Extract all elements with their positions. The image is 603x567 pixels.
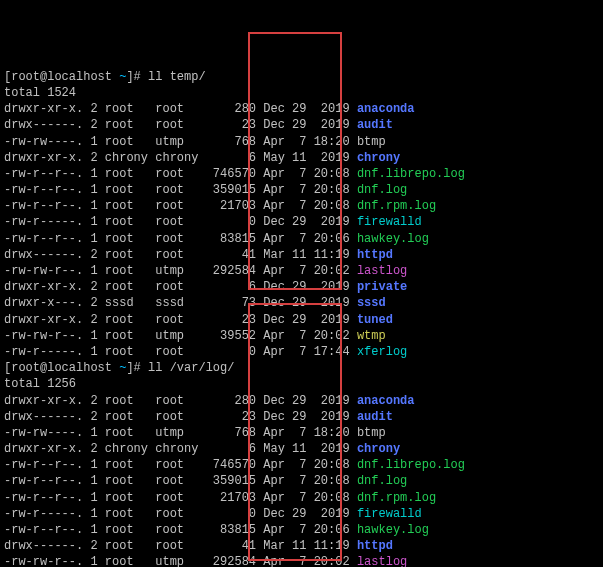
perms: -rw-r--r--. 1 root root 21703 <box>4 491 263 505</box>
perms: drwxr-xr-x. 2 root root 280 <box>4 102 263 116</box>
terminal-line: -rw-r--r--. 1 root root 21703 Apr 7 20:0… <box>4 490 599 506</box>
perms: -rw-r--r--. 1 root root 83815 <box>4 523 263 537</box>
perms: -rw-r--r--. 1 root root 746570 <box>4 167 263 181</box>
date: Apr 7 18:20 <box>263 135 357 149</box>
date: Mar 11 11:19 <box>263 248 357 262</box>
date: Apr 7 20:08 <box>263 491 357 505</box>
terminal-line: -rw-rw----. 1 root utmp 768 Apr 7 18:20 … <box>4 134 599 150</box>
prompt-user: [root@localhost <box>4 70 119 84</box>
perms: drwxr-xr-x. 2 root root 23 <box>4 313 263 327</box>
date: Apr 7 20:06 <box>263 523 357 537</box>
terminal-line: [root@localhost ~]# ll temp/ <box>4 69 599 85</box>
filename: tuned <box>357 313 393 327</box>
date: Dec 29 2019 <box>263 296 357 310</box>
perms: -rw-r--r--. 1 root root 359015 <box>4 183 263 197</box>
perms: drwx------. 2 root root 23 <box>4 118 263 132</box>
perms: -rw-rw-r--. 1 root utmp 292584 <box>4 264 263 278</box>
date: May 11 2019 <box>263 151 357 165</box>
terminal-line: drwxr-xr-x. 2 root root 23 Dec 29 2019 t… <box>4 312 599 328</box>
perms: drwxr-xr-x. 2 chrony chrony 6 <box>4 442 263 456</box>
perms: drwxr-x---. 2 sssd sssd 73 <box>4 296 263 310</box>
perms: drwx------. 2 root root 41 <box>4 248 263 262</box>
date: Dec 29 2019 <box>263 313 357 327</box>
terminal-line: drwxr-xr-x. 2 chrony chrony 6 May 11 201… <box>4 441 599 457</box>
filename: dnf.rpm.log <box>357 199 436 213</box>
filename: dnf.librepo.log <box>357 167 465 181</box>
filename: audit <box>357 118 393 132</box>
command-text[interactable]: ll /var/log/ <box>148 361 234 375</box>
terminal-line: drwx------. 2 root root 41 Mar 11 11:19 … <box>4 538 599 554</box>
date: Apr 7 20:02 <box>263 555 357 567</box>
terminal-line: total 1524 <box>4 85 599 101</box>
filename: firewalld <box>357 215 422 229</box>
filename: hawkey.log <box>357 523 429 537</box>
perms: drwxr-xr-x. 2 chrony chrony 6 <box>4 151 263 165</box>
filename: btmp <box>357 135 386 149</box>
terminal-line: -rw-r--r--. 1 root root 83815 Apr 7 20:0… <box>4 522 599 538</box>
date: Dec 29 2019 <box>263 507 357 521</box>
prompt-close: ]# <box>126 70 148 84</box>
terminal-line: drwx------. 2 root root 23 Dec 29 2019 a… <box>4 409 599 425</box>
perms: -rw-rw-r--. 1 root utmp 39552 <box>4 329 263 343</box>
date: Apr 7 20:08 <box>263 474 357 488</box>
perms: -rw-r--r--. 1 root root 83815 <box>4 232 263 246</box>
filename: xferlog <box>357 345 407 359</box>
perms: drwx------. 2 root root 41 <box>4 539 263 553</box>
terminal-line: -rw-rw-r--. 1 root utmp 39552 Apr 7 20:0… <box>4 328 599 344</box>
terminal-line: drwxr-xr-x. 2 root root 280 Dec 29 2019 … <box>4 393 599 409</box>
perms: -rw-r-----. 1 root root 0 <box>4 215 263 229</box>
date: Apr 7 20:08 <box>263 167 357 181</box>
date: Apr 7 20:08 <box>263 458 357 472</box>
filename: private <box>357 280 407 294</box>
filename: btmp <box>357 426 386 440</box>
prompt-user: [root@localhost <box>4 361 119 375</box>
total-line: total 1256 <box>4 377 76 391</box>
filename: httpd <box>357 539 393 553</box>
filename: lastlog <box>357 264 407 278</box>
date: May 11 2019 <box>263 442 357 456</box>
terminal-line: total 1256 <box>4 376 599 392</box>
date: Dec 29 2019 <box>263 102 357 116</box>
terminal-line: drwxr-x---. 2 sssd sssd 73 Dec 29 2019 s… <box>4 295 599 311</box>
date: Dec 29 2019 <box>263 394 357 408</box>
filename: dnf.log <box>357 474 407 488</box>
filename: hawkey.log <box>357 232 429 246</box>
terminal-line: drwx------. 2 root root 41 Mar 11 11:19 … <box>4 247 599 263</box>
filename: audit <box>357 410 393 424</box>
perms: drwxr-xr-x. 2 root root 280 <box>4 394 263 408</box>
date: Dec 29 2019 <box>263 215 357 229</box>
terminal-line: -rw-rw-r--. 1 root utmp 292584 Apr 7 20:… <box>4 554 599 567</box>
terminal-line: -rw-r-----. 1 root root 0 Dec 29 2019 fi… <box>4 214 599 230</box>
terminal-line: -rw-r--r--. 1 root root 83815 Apr 7 20:0… <box>4 231 599 247</box>
perms: drwx------. 2 root root 23 <box>4 410 263 424</box>
filename: anaconda <box>357 394 415 408</box>
perms: -rw-r--r--. 1 root root 746570 <box>4 458 263 472</box>
terminal-line: drwx------. 2 root root 23 Dec 29 2019 a… <box>4 117 599 133</box>
date: Apr 7 18:20 <box>263 426 357 440</box>
prompt-close: ]# <box>126 361 148 375</box>
filename: lastlog <box>357 555 407 567</box>
filename: chrony <box>357 151 400 165</box>
date: Apr 7 20:02 <box>263 329 357 343</box>
filename: dnf.rpm.log <box>357 491 436 505</box>
date: Apr 7 17:44 <box>263 345 357 359</box>
terminal-line: -rw-r-----. 1 root root 0 Dec 29 2019 fi… <box>4 506 599 522</box>
perms: drwxr-xr-x. 2 root root 6 <box>4 280 263 294</box>
date: Apr 7 20:02 <box>263 264 357 278</box>
filename: firewalld <box>357 507 422 521</box>
date: Dec 29 2019 <box>263 280 357 294</box>
terminal-line: -rw-rw----. 1 root utmp 768 Apr 7 18:20 … <box>4 425 599 441</box>
terminal-line: [root@localhost ~]# ll /var/log/ <box>4 360 599 376</box>
command-text[interactable]: ll temp/ <box>148 70 206 84</box>
perms: -rw-rw----. 1 root utmp 768 <box>4 135 263 149</box>
date: Dec 29 2019 <box>263 410 357 424</box>
perms: -rw-rw-r--. 1 root utmp 292584 <box>4 555 263 567</box>
date: Apr 7 20:08 <box>263 183 357 197</box>
terminal-line: -rw-r-----. 1 root root 0 Apr 7 17:44 xf… <box>4 344 599 360</box>
filename: chrony <box>357 442 400 456</box>
filename: anaconda <box>357 102 415 116</box>
perms: -rw-r-----. 1 root root 0 <box>4 507 263 521</box>
terminal-line: -rw-r--r--. 1 root root 746570 Apr 7 20:… <box>4 166 599 182</box>
terminal-line: -rw-r--r--. 1 root root 746570 Apr 7 20:… <box>4 457 599 473</box>
terminal-line: -rw-rw-r--. 1 root utmp 292584 Apr 7 20:… <box>4 263 599 279</box>
